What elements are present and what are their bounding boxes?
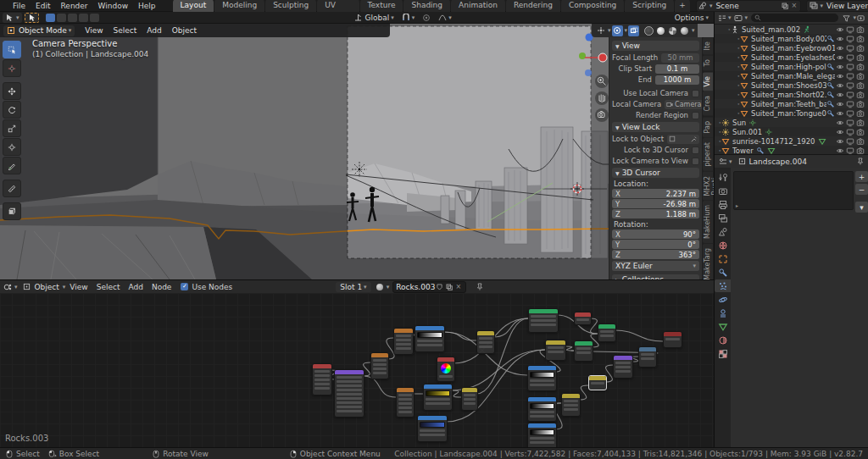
shader-node[interactable] <box>613 355 633 379</box>
pin-icon[interactable] <box>855 158 865 166</box>
workspace-tab-rendering[interactable]: Rendering <box>506 0 560 12</box>
clip-start-field[interactable]: 0.1 m <box>655 64 699 74</box>
clip-end-field[interactable]: 1000 m <box>655 75 699 85</box>
monitor-toggle-icon[interactable] <box>846 100 855 108</box>
camera-toggle-icon[interactable] <box>856 53 865 62</box>
properties-tab-modifiers[interactable] <box>715 266 731 279</box>
eye-toggle-icon[interactable] <box>836 91 845 99</box>
outliner-row[interactable]: •Suited_man:Short02.002 <box>715 90 868 99</box>
eye-toggle-icon[interactable] <box>836 137 845 146</box>
monitor-toggle-icon[interactable] <box>846 53 855 62</box>
sidebar-tab-makehum[interactable]: MakeHum <box>703 201 713 243</box>
workspace-tab-animation[interactable]: Animation <box>451 0 505 12</box>
wrench-icon[interactable] <box>826 109 835 118</box>
workspace-tab-sculpting[interactable]: Sculpting <box>265 0 316 12</box>
wrench-icon[interactable] <box>826 81 835 90</box>
outliner-row[interactable]: •Suited_man:Eyebrow012.002 <box>715 43 868 53</box>
editor-type-icon[interactable] <box>3 283 13 291</box>
shader-node[interactable] <box>417 415 448 442</box>
eye-toggle-icon[interactable] <box>836 119 845 127</box>
eye-toggle-icon[interactable] <box>836 100 845 108</box>
shader-menu-node[interactable]: Node <box>147 281 176 293</box>
sidebar-tab-to[interactable]: To <box>703 55 713 70</box>
monitor-toggle-icon[interactable] <box>846 81 855 90</box>
shader-node[interactable] <box>663 331 682 348</box>
tool-scale[interactable] <box>3 119 21 137</box>
mode-dropdown[interactable]: Object Mode▾ <box>3 25 75 36</box>
wrench-icon[interactable] <box>826 63 835 71</box>
cursor-location-y-field[interactable]: Y-26.98 m <box>612 199 699 208</box>
menu-edit[interactable]: Edit <box>31 0 55 12</box>
snap-toggle[interactable]: ▾ <box>399 13 418 23</box>
eye-toggle-icon[interactable] <box>836 53 845 62</box>
active-tool-dropdown[interactable]: ▾ <box>3 13 22 23</box>
new-collection-icon[interactable] <box>856 14 865 22</box>
list-add-button[interactable]: + <box>855 171 868 182</box>
properties-tab-tool[interactable] <box>715 171 731 184</box>
shading-material-button[interactable] <box>667 25 678 36</box>
camera-toggle-icon[interactable] <box>856 81 865 90</box>
viewport-menu-select[interactable]: Select <box>108 25 142 36</box>
properties-tab-scene[interactable] <box>715 225 731 238</box>
viewport-3d[interactable]: Object Mode▾ ViewSelectAddObject ▾ ▾ ▾ C… <box>0 24 714 279</box>
sidebar-tab-piperat[interactable]: piperat <box>703 138 713 171</box>
pan-button[interactable] <box>595 91 609 105</box>
menu-help[interactable]: Help <box>133 0 161 12</box>
viewport-menu-object[interactable]: Object <box>167 25 202 36</box>
sidebar-tab-ite[interactable]: Ite <box>703 37 713 54</box>
shader-node[interactable] <box>574 340 593 362</box>
shader-node[interactable] <box>415 325 445 352</box>
properties-tab-world[interactable] <box>715 239 731 252</box>
properties-editor-type-icon[interactable] <box>718 158 727 166</box>
camera-toggle-icon[interactable] <box>856 35 865 43</box>
cursor-location-x-field[interactable]: X2.237 m <box>612 189 699 198</box>
shading-rendered-button[interactable] <box>679 25 690 36</box>
material-icon[interactable] <box>376 283 385 291</box>
shader-node[interactable] <box>437 357 455 382</box>
shader-node[interactable] <box>393 328 414 355</box>
select-mode-subtract[interactable] <box>68 14 77 22</box>
shader-node[interactable] <box>574 312 592 325</box>
camera-view-button[interactable] <box>595 108 609 122</box>
monitor-toggle-icon[interactable] <box>846 35 855 43</box>
node-canvas[interactable]: Rocks.003 <box>0 293 714 447</box>
outliner-row[interactable]: •Suited_man:Male_elegantsuit01.00 <box>715 71 868 80</box>
eye-toggle-icon[interactable] <box>836 44 845 53</box>
shader-node[interactable] <box>527 396 557 422</box>
use-local-camera-checkbox[interactable] <box>692 90 699 97</box>
outliner-filter-icon[interactable] <box>842 14 851 22</box>
monitor-toggle-icon[interactable] <box>846 128 855 136</box>
monitor-toggle-icon[interactable] <box>846 119 855 127</box>
properties-tab-constraints[interactable] <box>715 307 731 319</box>
list-remove-button[interactable]: − <box>855 184 868 195</box>
camera-toggle-icon[interactable] <box>856 109 865 118</box>
eyedropper-icon[interactable] <box>691 135 698 142</box>
use-nodes-checkbox[interactable]: ✓Use Nodes <box>181 283 232 291</box>
eye-toggle-icon[interactable] <box>836 81 845 90</box>
camera-toggle-icon[interactable] <box>856 44 865 53</box>
viewport-nav-buttons[interactable] <box>595 75 609 122</box>
cursor-location-z-field[interactable]: Z1.188 m <box>612 209 699 218</box>
eye-toggle-icon[interactable] <box>836 63 845 71</box>
camera-toggle-icon[interactable] <box>856 119 865 127</box>
workspace-tab-+[interactable]: + <box>675 0 690 12</box>
camera-toggle-icon[interactable] <box>856 128 865 136</box>
camera-toggle-icon[interactable] <box>856 137 865 146</box>
eye-toggle-icon[interactable] <box>836 72 845 80</box>
shader-node[interactable] <box>545 340 566 361</box>
shader-type-label[interactable]: Object <box>35 283 59 291</box>
active-tool-indicator[interactable] <box>25 13 39 23</box>
outliner-row[interactable]: •Sun <box>715 118 868 127</box>
workspace-tab-modeling[interactable]: Modeling <box>214 0 264 12</box>
scene-copy-icon[interactable] <box>780 2 789 10</box>
tool-move[interactable] <box>3 82 21 100</box>
cursor-panel-header[interactable]: ▼3D Cursor <box>612 168 699 178</box>
monitor-toggle-icon[interactable] <box>846 44 855 53</box>
viewport-menu-add[interactable]: Add <box>142 25 166 36</box>
sidebar-tab-vie[interactable]: Vie <box>703 72 713 91</box>
workspace-tab-scripting[interactable]: Scripting <box>625 0 674 12</box>
camera-toggle-icon[interactable] <box>856 72 865 80</box>
shader-node[interactable] <box>423 384 453 411</box>
camera-toggle-icon[interactable] <box>856 91 865 99</box>
xray-toggle[interactable] <box>628 25 639 36</box>
